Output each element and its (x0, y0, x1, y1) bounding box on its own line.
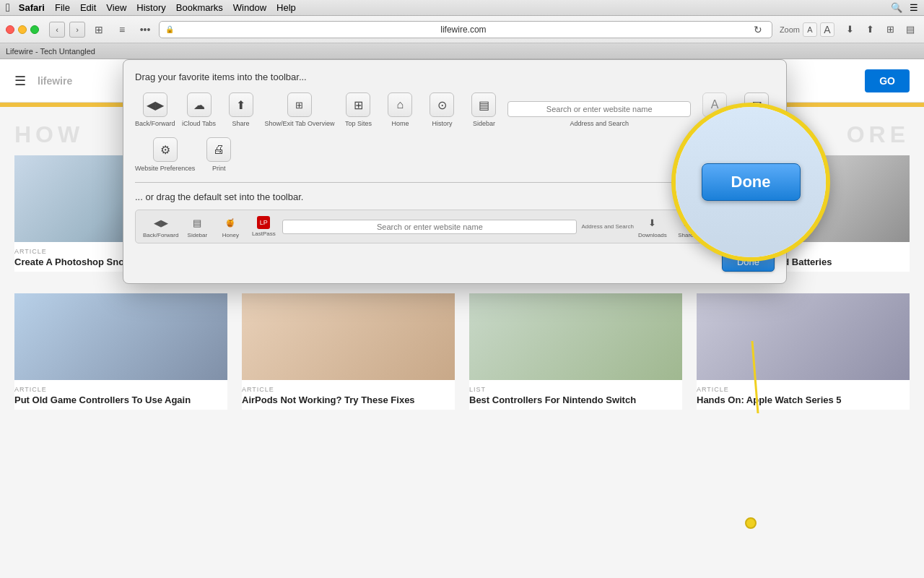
toolbar-item-print[interactable]: 🖨 Print (201, 137, 237, 172)
close-button[interactable] (6, 25, 14, 34)
default-item-label: Honey (222, 232, 239, 238)
reader-button[interactable]: ≡ (113, 20, 131, 39)
article-title: AirPods Not Working? Try These Fixes (242, 394, 455, 410)
toolbar-item-icloud[interactable]: ☁ iCloud Tabs (181, 92, 217, 127)
default-item-label: Sidebar (188, 232, 208, 238)
tab-view-button[interactable]: ⊞ (90, 20, 108, 39)
zoom-area: Zoom A A (780, 22, 834, 37)
article-image (469, 293, 682, 380)
home-icon: ⌂ (388, 92, 412, 117)
article-image (697, 293, 910, 380)
default-honey[interactable]: 🍯 Honey (216, 215, 245, 238)
browser-content: ☰ lifewire GO HOW ORE ARTICLE Create A P… (0, 59, 924, 578)
share-icon: ⬆ (229, 92, 253, 117)
toolbar-item-history[interactable]: ⊙ History (424, 92, 460, 127)
default-item-label: LastPass (252, 230, 276, 237)
pointer-dot (745, 517, 757, 529)
default-honey-icon: 🍯 (222, 215, 238, 230)
back-button[interactable]: ‹ (49, 22, 65, 38)
toolbar-item-topsites[interactable]: ⊞ Top Sites (340, 92, 376, 127)
toolbar-item-share[interactable]: ⬆ Share (223, 92, 259, 127)
toolbar-item-label: Home (391, 120, 409, 127)
done-button-magnified[interactable]: Done (702, 163, 801, 201)
search-bar-input[interactable] (507, 101, 691, 117)
menu-bar:  Safari File Edit View History Bookmark… (0, 0, 924, 16)
magnifier-circle: Done (671, 103, 830, 262)
prefs-icon: ⚙ (153, 137, 178, 162)
lock-icon: 🔒 (165, 25, 174, 33)
menu-window[interactable]: Window (233, 2, 266, 13)
default-sidebar[interactable]: ▤ Sidebar (183, 215, 212, 238)
toolbar-item-label: Share (232, 120, 250, 127)
sidebar-icon: ▤ (471, 92, 496, 117)
article-type: ARTICLE (697, 380, 910, 394)
default-lastpass-icon: LP (257, 216, 270, 229)
article-card[interactable]: ARTICLE Hands On: Apple Watch Series 5 (697, 293, 910, 410)
toolbar-item-backforward[interactable]: ◀▶ Back/Forward (135, 92, 175, 127)
article-grid-2: ARTICLE Put Old Game Controllers To Use … (14, 293, 910, 410)
magnifier-content: Done (676, 107, 826, 257)
go-button[interactable]: GO (865, 69, 910, 92)
share-button[interactable]: ⬆ (862, 22, 878, 38)
toolbar-item-label: Address and Search (570, 120, 629, 127)
toolbar-item-taboverview[interactable]: ⊞ Show/Exit Tab Overview (265, 92, 335, 127)
article-type: LIST (469, 380, 682, 394)
list-menu-icon[interactable]: ☰ (910, 2, 918, 13)
article-card[interactable]: ARTICLE AirPods Not Working? Try These F… (242, 293, 455, 410)
print-icon: 🖨 (206, 137, 231, 162)
toolbar-item-label: Top Sites (345, 120, 372, 127)
tab-overview-button[interactable]: ⊞ (882, 22, 898, 38)
section-header-right: ORE (847, 121, 910, 148)
menu-history[interactable]: History (136, 2, 165, 13)
article-image (242, 293, 455, 380)
backforward-icon: ◀▶ (143, 92, 167, 117)
article-card[interactable]: LIST Best Controllers For Nintendo Switc… (469, 293, 682, 410)
menu-safari[interactable]: Safari (19, 2, 45, 13)
fullscreen-button[interactable] (30, 25, 39, 34)
reload-button[interactable]: ↻ (750, 22, 766, 38)
toolbar-item-home[interactable]: ⌂ Home (382, 92, 418, 127)
toolbar-item-prefs[interactable]: ⚙ Website Preferences (135, 137, 195, 172)
zoom-label: Zoom (780, 25, 800, 34)
download-button[interactable]: ⬇ (842, 22, 858, 38)
article-image (14, 293, 227, 380)
sidebar-toggle-button[interactable]: ▤ (902, 22, 918, 38)
address-bar[interactable]: 🔒 lifewire.com ↻ (159, 21, 772, 38)
article-title: Best Controllers For Nintendo Switch (469, 394, 682, 410)
search-menu-icon[interactable]: 🔍 (891, 2, 902, 13)
font-increase-button[interactable]: A (820, 22, 834, 37)
toolbar-item-sidebar[interactable]: ▤ Sidebar (466, 92, 502, 127)
default-backforward[interactable]: ◀▶ Back/Forward (143, 215, 178, 238)
forward-button[interactable]: › (69, 22, 85, 38)
hamburger-menu[interactable]: ☰ (14, 73, 26, 89)
menu-help[interactable]: Help (276, 2, 296, 13)
default-search-input[interactable] (282, 220, 577, 234)
toolbar-item-label: Back/Forward (135, 120, 175, 127)
article-card[interactable]: ARTICLE Put Old Game Controllers To Use … (14, 293, 227, 410)
default-lastpass[interactable]: LP LastPass (249, 216, 278, 237)
minimize-button[interactable] (18, 25, 27, 34)
article-title: Hands On: Apple Watch Series 5 (697, 394, 910, 410)
overlay-title: Drag your favorite items into the toolba… (135, 72, 775, 82)
default-downloads-icon: ⬇ (645, 215, 661, 230)
menu-file[interactable]: File (55, 2, 70, 13)
topsites-icon: ⊞ (346, 92, 370, 117)
default-downloads[interactable]: ⬇ Downloads (638, 215, 667, 238)
menu-edit[interactable]: Edit (80, 2, 96, 13)
menu-view[interactable]: View (106, 2, 126, 13)
toolbar-item-search[interactable]: Address and Search (507, 101, 691, 127)
default-item-label: Back/Forward (143, 232, 178, 238)
traffic-lights (6, 25, 39, 34)
default-item-label: Downloads (638, 232, 667, 238)
font-decrease-button[interactable]: A (803, 22, 817, 37)
toolbar-item-label: History (432, 120, 452, 127)
more-button[interactable]: ••• (136, 20, 154, 39)
section-header-left: HOW (14, 121, 84, 148)
apple-menu[interactable]:  (6, 1, 10, 14)
toolbar-item-label: Show/Exit Tab Overview (265, 120, 335, 127)
tab-title[interactable]: Lifewire - Tech Untangled (6, 47, 95, 56)
article-title: Put Old Game Controllers To Use Again (14, 394, 227, 410)
menu-bookmarks[interactable]: Bookmarks (176, 2, 223, 13)
address-text: lifewire.com (177, 25, 750, 35)
default-sidebar-icon: ▤ (189, 215, 205, 230)
